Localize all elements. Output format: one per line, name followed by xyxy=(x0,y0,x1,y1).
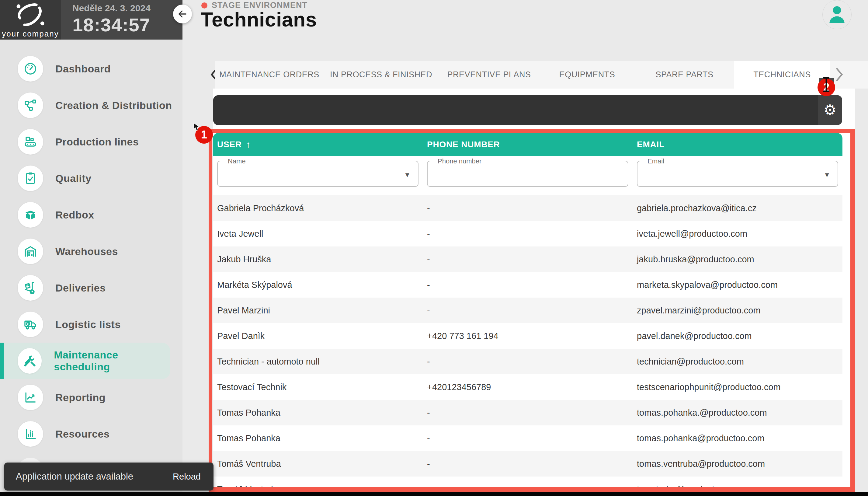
company-name: your company xyxy=(2,29,59,38)
table-toolbar: ⚙ xyxy=(213,95,842,125)
sidebar-item-quality[interactable]: Quality xyxy=(0,160,182,197)
tab-technicians[interactable]: TECHNICIANS xyxy=(734,61,830,89)
cell-email: jakub.hruska@productoo.com xyxy=(632,247,842,272)
sidebar-icon-circle xyxy=(18,202,43,228)
sidebar-icon-circle xyxy=(18,275,43,301)
cell-phone: - xyxy=(423,272,632,298)
phone-filter-input[interactable]: Phone number xyxy=(427,161,628,187)
column-header-phone[interactable]: PHONE NUMBER xyxy=(423,140,632,150)
technicians-table: USER ↑ PHONE NUMBER EMAIL Name ▼ Phone n… xyxy=(213,133,842,496)
sidebar-item-resources[interactable]: Resources xyxy=(0,416,182,452)
cell-user: Testovací Technik xyxy=(213,374,423,400)
snackbar-message: Application update available xyxy=(16,471,133,482)
cell-user: Pavel Marzini xyxy=(213,298,423,323)
page-title: Technicians xyxy=(201,8,317,31)
filter-cell-email: Email ▼ xyxy=(632,156,842,195)
cell-email: iveta.jewell@productoo.com xyxy=(632,221,842,247)
table-row[interactable]: Tomas Pohanka - tomas.pohanka.@productoo… xyxy=(213,400,842,425)
table-row[interactable]: Pavel Marzini - zpavel.marzini@productoo… xyxy=(213,298,842,323)
table-row[interactable]: Jakub Hruška - jakub.hruska@productoo.co… xyxy=(213,247,842,272)
table-row[interactable]: Technician - automoto null - technician@… xyxy=(213,349,842,374)
sidebar: your company Neděle 24. 3. 2024 18:34:57… xyxy=(0,0,182,496)
datetime: Neděle 24. 3. 2024 18:34:57 xyxy=(73,3,150,36)
sidebar-item-maintenance-scheduling[interactable]: Maintenance scheduling xyxy=(0,343,170,379)
tab-maintenance-orders[interactable]: MAINTENANCE ORDERS xyxy=(215,61,323,89)
tab-label: PREVENTIVE PLANS xyxy=(447,70,531,79)
sidebar-item-creation-distribution[interactable]: Creation & Distribution xyxy=(0,87,182,124)
cell-user: Tomas Pohanka xyxy=(213,400,423,425)
table-row[interactable]: Tomas Pohanka - tomas.pohanka@productoo.… xyxy=(213,425,842,451)
tab-spare-parts[interactable]: SPARE PARTS xyxy=(635,61,734,89)
company-logo: your company xyxy=(0,0,61,40)
sidebar-item-reporting[interactable]: Reporting xyxy=(0,379,182,416)
warehouse-icon xyxy=(23,244,38,259)
sidebar-icon-circle xyxy=(18,312,43,337)
sidebar-icon-circle xyxy=(18,348,42,374)
sidebar-item-deliveries[interactable]: Deliveries xyxy=(0,269,182,306)
filter-row: Name ▼ Phone number Email ▼ xyxy=(213,156,842,195)
cell-phone: - xyxy=(423,195,632,221)
gauge-icon xyxy=(23,61,38,76)
bottom-edge-bar xyxy=(0,492,868,496)
table-row[interactable]: Pavel Danìk +420 773 161 194 pavel.danek… xyxy=(213,323,842,349)
tabs-scroll-right-icon[interactable] xyxy=(835,67,844,81)
chevron-down-icon: ▼ xyxy=(404,171,411,179)
cell-user: Iveta Jewell xyxy=(213,221,423,247)
cell-phone: +420 773 161 194 xyxy=(423,323,632,349)
table-row[interactable]: Iveta Jewell - iveta.jewell@productoo.co… xyxy=(213,221,842,247)
app-root: your company Neděle 24. 3. 2024 18:34:57… xyxy=(0,0,868,496)
line-chart-icon xyxy=(23,390,38,405)
settings-button[interactable]: ⚙ xyxy=(818,95,842,125)
sidebar-item-label: Dashboard xyxy=(55,63,111,75)
chevron-down-icon: ▼ xyxy=(824,171,830,179)
cell-email: tomas.pohanka.@productoo.com xyxy=(632,400,842,425)
name-filter-label: Name xyxy=(225,157,248,165)
sidebar-item-label: Creation & Distribution xyxy=(55,99,172,111)
sidebar-item-label: Redbox xyxy=(55,209,94,221)
cell-email: zpavel.marzini@productoo.com xyxy=(632,298,842,323)
cell-email: testscenariophpunit@productoo.com xyxy=(632,374,842,400)
name-filter-select[interactable]: Name ▼ xyxy=(217,161,418,187)
sidebar-item-warehouses[interactable]: Warehouses xyxy=(0,233,182,269)
tab-label: IN PROCESS & FINISHED xyxy=(330,70,432,79)
sidebar-item-label: Quality xyxy=(55,172,92,184)
back-button[interactable] xyxy=(173,4,192,24)
sidebar-item-logistic-lists[interactable]: Logistic lists xyxy=(0,306,182,343)
filter-cell-name: Name ▼ xyxy=(213,156,423,195)
table-row[interactable]: Tomáš Ventruba - tomas.ventruba@producto… xyxy=(213,451,842,477)
tab-in-process-finished[interactable]: IN PROCESS & FINISHED xyxy=(323,61,439,89)
cell-phone: - xyxy=(423,451,632,477)
sort-asc-icon: ↑ xyxy=(246,139,251,150)
sidebar-item-dashboard[interactable]: Dashboard xyxy=(0,50,182,87)
logo-swoosh-icon xyxy=(12,2,49,29)
cell-phone: - xyxy=(423,221,632,247)
column-header-email[interactable]: EMAIL xyxy=(632,140,842,150)
table-row[interactable]: Testovací Technik +420123456789 testscen… xyxy=(213,374,842,400)
phone-filter-label: Phone number xyxy=(435,157,484,165)
table-row[interactable]: Markéta Skýpalová - marketa.skypalova@pr… xyxy=(213,272,842,298)
tab-preventive-plans[interactable]: PREVENTIVE PLANS xyxy=(439,61,539,89)
tab-equipments[interactable]: EQUIPMENTS xyxy=(539,61,635,89)
cell-phone: - xyxy=(423,349,632,374)
sidebar-item-label: Warehouses xyxy=(55,246,118,258)
user-avatar[interactable] xyxy=(822,0,852,29)
sidebar-nav: Dashboard Creation & Distribution Produc… xyxy=(0,50,182,452)
sidebar-icon-circle xyxy=(18,129,43,155)
cell-phone: - xyxy=(423,298,632,323)
reload-button[interactable]: Reload xyxy=(173,472,201,482)
cell-phone: - xyxy=(423,247,632,272)
tab-label: SPARE PARTS xyxy=(655,70,713,79)
column-header-user[interactable]: USER ↑ xyxy=(213,139,423,150)
email-filter-select[interactable]: Email ▼ xyxy=(637,161,838,187)
table-row[interactable]: Gabriela Procházková - gabriela.prochazk… xyxy=(213,195,842,221)
cell-email: technician@productoo.com xyxy=(632,349,842,374)
sidebar-item-label: Logistic lists xyxy=(55,319,121,330)
sidebar-item-production-lines[interactable]: Production lines xyxy=(0,124,182,160)
table-body: Gabriela Procházková - gabriela.prochazk… xyxy=(213,195,842,496)
sidebar-item-label: Maintenance scheduling xyxy=(54,349,170,373)
cell-email: marketa.skypalova@productoo.com xyxy=(632,272,842,298)
sidebar-item-redbox[interactable]: Redbox xyxy=(0,197,182,233)
mouse-cursor-icon xyxy=(193,122,201,131)
email-filter-label: Email xyxy=(645,157,667,165)
cell-phone: - xyxy=(423,425,632,451)
